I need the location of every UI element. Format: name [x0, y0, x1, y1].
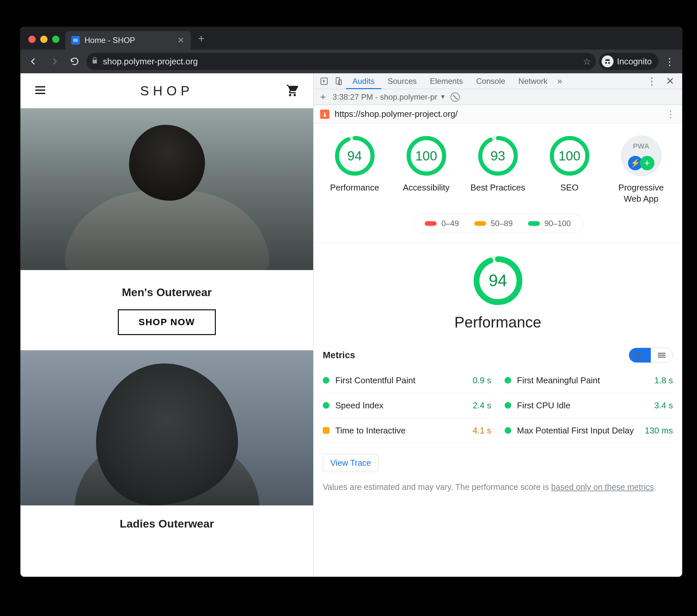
legend-fail: 0–49 — [425, 219, 459, 228]
pwa-badge-icon: PWA ⚡+ — [621, 135, 662, 176]
status-dot-icon — [505, 402, 511, 409]
devtools-tab-elements[interactable]: Elements — [424, 73, 470, 89]
devtools-tab-audits[interactable]: Audits — [346, 73, 381, 89]
lighthouse-icon — [320, 109, 329, 119]
score-accessibility[interactable]: 100 Accessibility — [397, 135, 456, 205]
metric-row[interactable]: First Meaningful Paint1.8 s — [505, 368, 673, 393]
cart-icon[interactable] — [285, 84, 300, 98]
metric-row[interactable]: Max Potential First Input Delay130 ms — [505, 418, 673, 443]
audit-url-row: https://shop.polymer-project.org/ ⋮ — [313, 105, 682, 123]
devtools-tabs: Audits Sources Elements Console Network … — [313, 73, 682, 89]
legend-average: 50–89 — [474, 219, 513, 228]
svg-rect-1 — [336, 77, 340, 84]
hero-image-ladies — [20, 350, 313, 505]
omnibox-url: shop.polymer-project.org — [103, 57, 578, 67]
window-close-button[interactable] — [28, 36, 36, 43]
score-pwa[interactable]: PWA ⚡+ Progressive Web App — [611, 135, 671, 205]
audits-toolbar: + 3:38:27 PM - shop.polymer-pr▼ — [313, 89, 682, 105]
menu-icon[interactable] — [34, 84, 48, 98]
browser-window: Home - SHOP ✕ + shop.polymer-project.org… — [20, 27, 682, 577]
devtools-panel: Audits Sources Elements Console Network … — [313, 73, 682, 577]
favicon-icon — [71, 36, 80, 45]
metrics-header: Metrics — [313, 338, 682, 367]
browser-tab[interactable]: Home - SHOP ✕ — [65, 31, 191, 49]
metric-row[interactable]: First Contentful Paint0.9 s — [323, 368, 491, 393]
devtools-more-icon[interactable]: ⋮ — [642, 75, 661, 87]
incognito-badge[interactable]: Incognito — [599, 53, 658, 70]
page-header: SHOP — [20, 73, 313, 108]
incognito-label: Incognito — [617, 57, 652, 67]
score-performance[interactable]: 94 Performance — [325, 135, 384, 205]
new-tab-button[interactable]: + — [191, 32, 212, 49]
browser-toolbar: shop.polymer-project.org ☆ Incognito ⋮ — [20, 49, 682, 73]
score-best-practices[interactable]: 93 Best Practices — [468, 135, 528, 205]
window-minimize-button[interactable] — [40, 36, 47, 43]
section-label-mens: Men's Outerwear — [20, 270, 313, 309]
lock-icon — [91, 56, 98, 67]
devtools-tab-sources[interactable]: Sources — [381, 73, 424, 89]
inspect-element-icon[interactable] — [317, 74, 331, 88]
metrics-view-toggle[interactable] — [629, 348, 673, 363]
status-dot-icon — [323, 427, 329, 434]
bookmark-star-icon[interactable]: ☆ — [583, 56, 591, 67]
clear-audits-icon[interactable] — [450, 92, 460, 102]
score-seo[interactable]: 100 SEO — [540, 135, 599, 205]
nav-back-button[interactable] — [25, 53, 42, 70]
section-label-ladies: Ladies Outerwear — [20, 505, 313, 530]
metric-row[interactable]: Time to Interactive4.1 s — [323, 418, 491, 443]
nav-forward-button[interactable] — [46, 53, 63, 70]
status-dot-icon — [323, 402, 329, 409]
metric-row[interactable]: Speed Index2.4 s — [323, 393, 491, 418]
status-dot-icon — [505, 377, 511, 384]
devtools-tabs-overflow-icon[interactable]: » — [554, 76, 565, 86]
browser-menu-button[interactable]: ⋮ — [662, 56, 678, 67]
view-toggle-left-icon[interactable] — [629, 348, 651, 363]
device-toggle-icon[interactable] — [331, 74, 346, 88]
incognito-icon — [602, 56, 613, 67]
view-toggle-right-icon[interactable] — [651, 348, 672, 363]
status-dot-icon — [323, 377, 329, 384]
metrics-disclaimer: Values are estimated and may vary. The p… — [313, 472, 682, 494]
score-summary-row: 94 Performance 100 Accessibility 93 Best… — [313, 123, 682, 208]
audit-url-menu-icon[interactable]: ⋮ — [666, 108, 676, 120]
omnibox[interactable]: shop.polymer-project.org ☆ — [87, 53, 596, 70]
devtools-tab-network[interactable]: Network — [512, 73, 554, 89]
status-dot-icon — [505, 427, 511, 434]
tab-close-icon[interactable]: ✕ — [176, 36, 186, 45]
audited-url: https://shop.polymer-project.org/ — [335, 109, 661, 119]
tab-bar: Home - SHOP ✕ + — [20, 27, 682, 49]
shop-now-button[interactable]: SHOP NOW — [118, 309, 216, 335]
devtools-tab-console[interactable]: Console — [470, 73, 512, 89]
nav-reload-button[interactable] — [66, 53, 83, 70]
metrics-grid: First Contentful Paint0.9 s First Meanin… — [313, 367, 682, 446]
rendered-page: SHOP Men's Outerwear SHOP NOW Ladies Out… — [20, 73, 313, 577]
performance-heading: Performance — [455, 313, 541, 331]
hero-image-mens — [20, 108, 313, 270]
page-title: SHOP — [140, 84, 193, 98]
tab-title: Home - SHOP — [85, 36, 171, 45]
content-split: SHOP Men's Outerwear SHOP NOW Ladies Out… — [20, 73, 682, 577]
metric-row[interactable]: First CPU Idle3.4 s — [505, 393, 673, 418]
caret-down-icon: ▼ — [440, 93, 446, 100]
metrics-heading: Metrics — [323, 350, 355, 361]
new-audit-button[interactable]: + — [318, 91, 328, 103]
devtools-close-icon[interactable]: ✕ — [661, 75, 679, 87]
view-trace-button[interactable]: View Trace — [323, 454, 379, 472]
score-legend: 0–49 50–89 90–100 — [413, 214, 583, 233]
disclaimer-link[interactable]: based only on these metrics — [551, 482, 654, 492]
performance-big-score: 94 Performance — [313, 243, 682, 338]
legend-pass: 90–100 — [528, 219, 571, 228]
audit-run-dropdown[interactable]: 3:38:27 PM - shop.polymer-pr▼ — [333, 92, 446, 102]
window-maximize-button[interactable] — [52, 36, 59, 43]
window-controls — [23, 36, 65, 49]
